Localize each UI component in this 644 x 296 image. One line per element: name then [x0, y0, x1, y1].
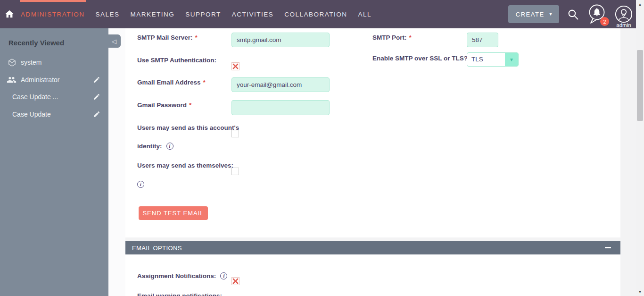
scroll-down-arrow-icon[interactable]: ▼ — [636, 288, 644, 295]
gmail-password-label-text: Gmail Password — [137, 101, 187, 109]
nav-left: ADMINISTRATION SALES MARKETING SUPPORT A… — [4, 0, 372, 28]
assignment-notifications-checkbox[interactable] — [231, 277, 239, 285]
nav-right: CREATE ▼ 2 — [508, 0, 633, 28]
sidebar-title: Recently Viewed — [8, 39, 64, 47]
edit-pencil-icon[interactable] — [93, 93, 100, 101]
top-navbar: ADMINISTRATION SALES MARKETING SUPPORT A… — [0, 0, 644, 28]
nav-item-support[interactable]: SUPPORT — [185, 0, 221, 28]
info-icon[interactable]: i — [166, 143, 173, 150]
smtp-port-input[interactable] — [467, 33, 498, 47]
smtp-server-label-text: SMTP Mail Server: — [137, 34, 193, 41]
sidebar-item-label: Case Update — [12, 110, 51, 118]
search-button[interactable] — [567, 8, 579, 20]
panel-scroll-chevron-icon: ▾ — [614, 36, 617, 42]
email-options-title: EMAIL OPTIONS — [132, 245, 182, 252]
user-name-label: admin — [616, 22, 631, 28]
red-x-icon — [232, 278, 239, 284]
collapse-section-icon[interactable] — [605, 247, 611, 248]
recently-viewed-sidebar: ◁ Recently Viewed system Administrator — [0, 28, 108, 296]
send-as-themselves-info-row: i — [137, 181, 144, 188]
collapse-left-icon: ◁ — [112, 38, 116, 45]
module-cube-icon — [8, 58, 17, 67]
email-options-section-header[interactable]: EMAIL OPTIONS — [125, 241, 620, 254]
sidebar-item-case-update[interactable]: Case Update — [0, 109, 108, 119]
sidebar-item-system[interactable]: system — [0, 57, 108, 68]
send-test-email-button[interactable]: SEND TEST EMAIL — [139, 206, 208, 220]
send-as-identity-label-line2-row: identity: i — [137, 143, 173, 150]
user-avatar-icon — [615, 5, 633, 23]
sidebar-item-label: Case Update ... — [12, 93, 58, 101]
dropdown-caret-icon: ▼ — [505, 53, 518, 66]
notification-count-badge: 2 — [600, 17, 609, 26]
nav-item-marketing[interactable]: MARKETING — [131, 0, 175, 28]
edit-pencil-icon[interactable] — [93, 76, 100, 84]
scrollbar-thumb[interactable] — [637, 50, 643, 121]
user-menu[interactable]: admin — [615, 5, 633, 28]
create-button-label: CREATE — [516, 11, 545, 18]
vertical-scrollbar[interactable]: ▲ ▼ — [636, 0, 644, 296]
home-icon — [4, 9, 15, 19]
send-as-identity-checkbox[interactable] — [231, 130, 239, 137]
required-marker: * — [409, 34, 412, 41]
email-warning-notifications-label: Email warning notifications: — [137, 292, 222, 296]
gmail-address-label-text: Gmail Email Address — [137, 79, 201, 86]
red-x-icon — [232, 63, 239, 69]
nav-item-all[interactable]: ALL — [358, 0, 372, 28]
nav-items: ADMINISTRATION SALES MARKETING SUPPORT A… — [21, 0, 372, 28]
send-as-identity-label-line2: identity: — [137, 143, 162, 150]
required-marker: * — [203, 79, 206, 86]
sidebar-collapse-button[interactable]: ◁ — [107, 34, 121, 48]
sidebar-item-label: system — [21, 59, 41, 66]
gmail-password-input[interactable] — [231, 100, 330, 115]
email-options-panel: Assignment Notifications: i Email warnin… — [125, 254, 620, 296]
page-root: ADMINISTRATION SALES MARKETING SUPPORT A… — [0, 0, 644, 296]
gmail-password-label: Gmail Password* — [137, 101, 191, 109]
sidebar-item-case-update-ellipsis[interactable]: Case Update ... — [0, 92, 108, 102]
smtp-port-label-text: SMTP Port: — [372, 34, 407, 41]
sidebar-item-label: Administrator — [21, 76, 59, 84]
nav-item-administration[interactable]: ADMINISTRATION — [21, 0, 85, 28]
smtp-auth-checkbox[interactable] — [231, 62, 239, 70]
notifications-button[interactable]: 2 — [587, 4, 607, 25]
users-icon — [7, 76, 17, 84]
ssl-tls-select[interactable]: TLS ▼ — [467, 52, 519, 67]
caret-down-icon: ▼ — [549, 12, 553, 17]
nav-item-activities[interactable]: ACTIVITIES — [232, 0, 274, 28]
info-icon[interactable]: i — [220, 272, 227, 279]
send-as-themselves-checkbox[interactable] — [231, 168, 239, 175]
nav-item-collaboration[interactable]: COLLABORATION — [284, 0, 347, 28]
assignment-notifications-label: Assignment Notifications: — [137, 272, 216, 279]
gmail-address-label: Gmail Email Address* — [137, 79, 206, 86]
required-marker: * — [189, 101, 191, 109]
smtp-auth-label: Use SMTP Authentication: — [137, 57, 216, 64]
edit-pencil-icon[interactable] — [93, 110, 100, 118]
sidebar-item-administrator[interactable]: Administrator — [0, 75, 108, 85]
sidebar-content-gap — [108, 28, 125, 296]
assignment-notifications-row: Assignment Notifications: i — [137, 272, 227, 279]
home-button[interactable] — [4, 0, 15, 28]
gmail-address-input[interactable] — [231, 77, 330, 92]
scroll-up-arrow-icon[interactable]: ▲ — [636, 1, 644, 8]
smtp-server-input[interactable] — [231, 33, 330, 47]
email-settings-panel: SMTP Mail Server:* SMTP Port:* Use SMTP … — [125, 28, 620, 237]
info-icon[interactable]: i — [137, 181, 144, 188]
ssl-tls-selected-value: TLS — [471, 56, 483, 63]
ssl-tls-label: Enable SMTP over SSL or TLS? — [372, 55, 468, 62]
nav-item-sales[interactable]: SALES — [96, 0, 120, 28]
required-marker: * — [195, 34, 198, 41]
smtp-port-label: SMTP Port:* — [372, 34, 412, 41]
create-button[interactable]: CREATE ▼ — [508, 5, 559, 23]
smtp-server-label: SMTP Mail Server:* — [137, 34, 198, 41]
send-as-identity-label-line1: Users may send as this account's — [137, 124, 239, 131]
send-as-themselves-label: Users may send as themselves: — [137, 162, 233, 169]
search-icon — [567, 8, 579, 20]
